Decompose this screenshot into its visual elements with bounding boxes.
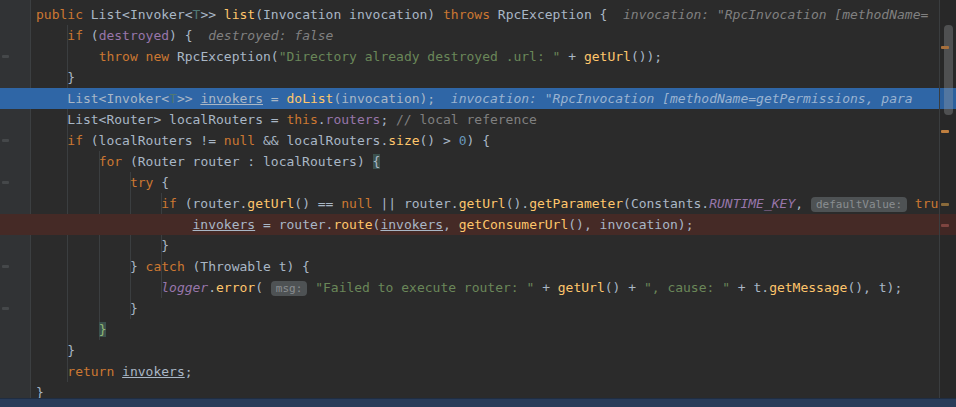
debugger-inline-value: invocation: "RpcInvocation [methodName= xyxy=(607,7,928,22)
code-token: } xyxy=(36,301,138,316)
code-token: , xyxy=(795,196,811,211)
code-token xyxy=(36,154,99,169)
code-token: (Invocation invocation) xyxy=(255,7,443,22)
code-token: (invocation); xyxy=(333,91,435,106)
code-token: ) { xyxy=(467,133,490,148)
code-token xyxy=(36,49,99,64)
code-token xyxy=(36,28,67,43)
code-token: tru xyxy=(915,196,938,211)
code-line[interactable]: throw new RpcException("Directory alread… xyxy=(0,46,956,67)
code-token: { xyxy=(153,175,169,190)
code-token: error xyxy=(216,280,255,295)
code-editor[interactable]: public List<Invoker<T>> list(Invocation … xyxy=(0,0,956,407)
code-token: ( xyxy=(255,280,271,295)
code-token: } xyxy=(36,238,169,253)
code-line[interactable]: } xyxy=(0,298,956,319)
code-token: RpcException( xyxy=(177,49,279,64)
code-token: ()); xyxy=(631,49,662,64)
code-line[interactable]: return invokers; xyxy=(0,361,956,382)
code-token: T xyxy=(169,91,177,106)
code-token: logger xyxy=(161,280,208,295)
code-token: + xyxy=(560,49,583,64)
code-token: ", cause: " xyxy=(644,280,730,295)
code-token: new xyxy=(146,49,177,64)
parameter-name-hint: msg: xyxy=(271,281,308,296)
code-token: >> xyxy=(177,91,200,106)
code-token: list xyxy=(224,7,255,22)
code-token: + xyxy=(534,280,557,295)
breakpoint-line[interactable]: invokers = router.route(invokers, getCon… xyxy=(0,214,956,235)
vertical-scrollbar[interactable] xyxy=(939,0,956,399)
code-token xyxy=(36,175,130,190)
error-stripe-mark[interactable] xyxy=(941,203,949,206)
code-token: List<Invoker< xyxy=(91,7,193,22)
code-token: catch xyxy=(146,259,185,274)
code-token: ) { xyxy=(169,28,192,43)
code-area[interactable]: public List<Invoker<T>> list(Invocation … xyxy=(0,0,956,403)
code-token xyxy=(36,196,161,211)
code-token xyxy=(907,196,915,211)
code-token: getUrl xyxy=(247,196,294,211)
code-token: getMessage xyxy=(769,280,847,295)
code-token: doList xyxy=(286,91,333,106)
code-token: public xyxy=(36,7,91,22)
code-token: this xyxy=(286,112,317,127)
code-line[interactable]: if (destroyed) { destroyed: false xyxy=(0,25,956,46)
code-token: ( xyxy=(83,28,99,43)
code-line[interactable]: logger.error( msg: "Failed to execute ro… xyxy=(0,277,956,298)
error-stripe-mark[interactable] xyxy=(941,46,949,49)
code-line[interactable]: } xyxy=(0,235,956,256)
code-token: (Router router : localRouters) xyxy=(122,154,372,169)
code-token: () + xyxy=(605,280,644,295)
code-token: List<Router> localRouters = xyxy=(36,112,286,127)
code-token: . xyxy=(318,112,326,127)
bottom-panel-edge[interactable] xyxy=(0,398,956,407)
code-line[interactable]: try { xyxy=(0,172,956,193)
code-token: null xyxy=(224,133,255,148)
code-token: (router. xyxy=(177,196,247,211)
code-token: (localRouters != xyxy=(83,133,224,148)
code-line[interactable]: List<Router> localRouters = this.routers… xyxy=(0,109,956,130)
code-token: RUNTIME_KEY xyxy=(709,196,795,211)
scrollbar-thumb[interactable] xyxy=(944,25,953,115)
code-line[interactable]: } xyxy=(0,319,956,340)
debugger-inline-value: destroyed: false xyxy=(193,28,334,43)
code-line[interactable]: } xyxy=(0,67,956,88)
code-token: if xyxy=(161,196,177,211)
code-token: null xyxy=(341,196,372,211)
code-token: routers xyxy=(326,112,381,127)
code-token: || router. xyxy=(373,196,459,211)
code-token: { xyxy=(373,154,381,169)
error-stripe-mark[interactable] xyxy=(941,224,949,227)
code-token: } xyxy=(36,259,146,274)
code-line[interactable]: public List<Invoker<T>> list(Invocation … xyxy=(0,4,956,25)
code-token: // local reference xyxy=(396,112,537,127)
error-stripe-mark[interactable] xyxy=(941,130,949,133)
debugger-inline-value: invocation: "RpcInvocation [methodName=g… xyxy=(435,91,912,106)
code-token: () == xyxy=(294,196,341,211)
code-token: >> xyxy=(200,7,223,22)
code-line[interactable]: if (localRouters != null && localRouters… xyxy=(0,130,956,151)
code-line[interactable]: if (router.getUrl() == null || router.ge… xyxy=(0,193,956,214)
code-line[interactable]: } catch (Throwable t) { xyxy=(0,256,956,277)
code-token: "Directory already destroyed .url: " xyxy=(279,49,561,64)
code-token: } xyxy=(36,70,75,85)
code-token: } xyxy=(36,343,75,358)
code-line[interactable]: } xyxy=(0,340,956,361)
code-token: List<Invoker< xyxy=(36,91,169,106)
execution-line[interactable]: List<Invoker<T>> invokers = doList(invoc… xyxy=(0,88,956,109)
code-token: getParameter xyxy=(529,196,623,211)
code-token: (Throwable t) { xyxy=(185,259,310,274)
code-token: = router. xyxy=(255,217,333,232)
code-token: (Constants. xyxy=(623,196,709,211)
code-token: } xyxy=(99,322,107,337)
code-token xyxy=(307,280,315,295)
code-token: , xyxy=(443,217,459,232)
code-token: throws xyxy=(443,7,490,22)
code-token: for xyxy=(99,154,122,169)
code-token: 0 xyxy=(459,133,467,148)
code-token: return xyxy=(67,364,122,379)
code-token: try xyxy=(130,175,153,190)
code-line[interactable]: for (Router router : localRouters) { xyxy=(0,151,956,172)
code-token xyxy=(36,322,99,337)
